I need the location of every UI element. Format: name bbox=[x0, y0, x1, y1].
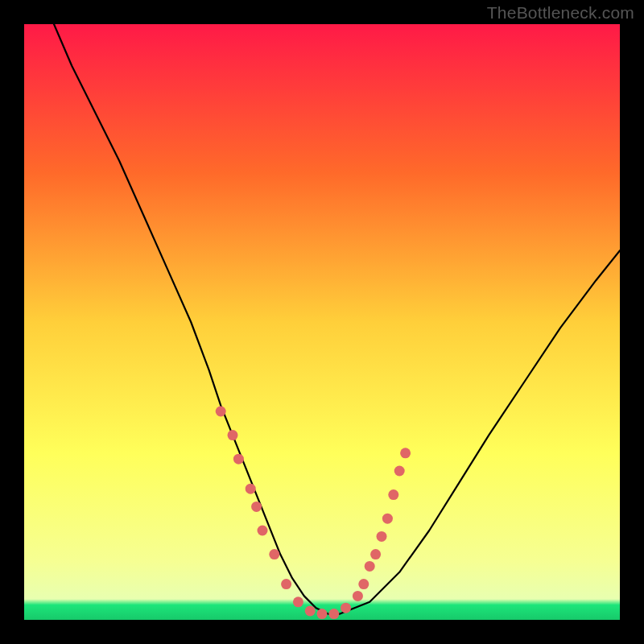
chart-frame: TheBottleneck.com bbox=[0, 0, 644, 644]
curve-dot bbox=[228, 430, 238, 440]
curve-dot bbox=[353, 591, 363, 601]
bottleneck-chart bbox=[0, 0, 644, 644]
curve-dot bbox=[370, 549, 381, 559]
watermark-text: TheBottleneck.com bbox=[487, 3, 634, 23]
curve-dot bbox=[251, 502, 262, 512]
curve-dot bbox=[233, 454, 244, 464]
plot-background bbox=[24, 24, 620, 620]
curve-dot bbox=[341, 603, 351, 613]
curve-dot bbox=[358, 579, 369, 589]
curve-dot bbox=[281, 579, 291, 589]
curve-dot bbox=[394, 466, 405, 477]
curve-dot bbox=[400, 448, 411, 458]
curve-dot bbox=[382, 514, 393, 524]
curve-dot bbox=[317, 609, 328, 619]
curve-dot bbox=[246, 484, 256, 494]
curve-dot bbox=[328, 609, 339, 619]
curve-dot bbox=[216, 407, 226, 417]
curve-dot bbox=[365, 561, 375, 572]
curve-dot bbox=[258, 526, 268, 536]
curve-dot bbox=[269, 549, 279, 559]
curve-dot bbox=[388, 489, 398, 500]
curve-dot bbox=[293, 597, 303, 607]
curve-dot bbox=[305, 605, 316, 616]
curve-dot bbox=[377, 531, 387, 542]
